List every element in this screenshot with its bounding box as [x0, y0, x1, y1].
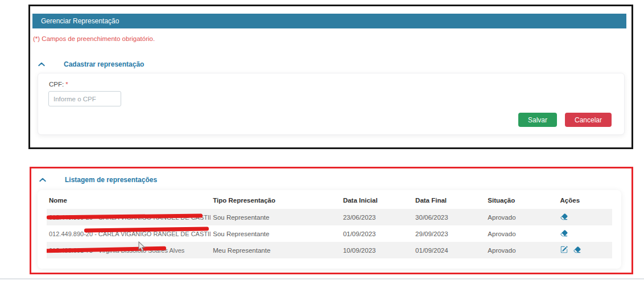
cancel-button[interactable]: Cancelar: [565, 113, 612, 127]
table-row: 012.435.691-73 - Virginia Bissoloto Soar…: [47, 242, 612, 258]
data-inicial-cell: 10/09/2023: [341, 242, 413, 258]
cpf-input[interactable]: [48, 91, 121, 106]
eraser-icon[interactable]: [560, 213, 568, 220]
tipo-cell: Sou Representante: [210, 209, 341, 225]
register-section-header: Cadastrar representação: [38, 60, 144, 68]
col-header-data-final: Data Final: [413, 191, 485, 209]
col-header-tipo-representacao: Tipo Representação: [210, 191, 341, 209]
register-section-outline: Gerenciar Representação (*) Campos de pr…: [28, 5, 633, 149]
register-card: CPF:* Salvar Cancelar: [38, 73, 625, 135]
actions-cell: [558, 242, 612, 258]
data-inicial-cell: 23/06/2023: [341, 209, 413, 225]
name-cell: 012.435.691-73 - Virginia Bissoloto Soar…: [47, 242, 210, 258]
data-final-cell: 01/09/2024: [413, 242, 485, 258]
edit-icon[interactable]: [560, 246, 568, 253]
register-section-title: Cadastrar representação: [64, 60, 144, 68]
required-asterisk: *: [65, 81, 68, 88]
chevron-up-icon[interactable]: [39, 176, 47, 184]
situacao-cell: Aprovado: [485, 225, 558, 242]
listing-card: Nome Tipo Representação Data Inicial Dat…: [38, 190, 621, 269]
listing-section-title: Listagem de representações: [65, 176, 157, 184]
required-fields-note: (*) Campos de preenchimento obrigatório.: [33, 35, 155, 42]
name-cell: 012.449.890-20 - CARLA VIGANIGO RANGEL D…: [47, 225, 210, 242]
chevron-up-icon[interactable]: [38, 60, 46, 68]
listing-section-header: Listagem de representações: [39, 176, 157, 184]
actions-cell: [558, 225, 612, 242]
data-final-cell: 29/09/2023: [413, 225, 485, 242]
listing-section-outline: Listagem de representações Nome Tipo Rep…: [30, 167, 633, 274]
col-header-data-inicial: Data Inicial: [341, 191, 413, 209]
data-final-cell: 30/06/2023: [413, 209, 485, 225]
table-row: 012.449.890-20 - CARLA VIGANIGO RANGEL D…: [47, 225, 612, 242]
situacao-cell: Aprovado: [485, 209, 558, 225]
page-title: Gerenciar Representação: [41, 17, 119, 25]
table-row: 012.449.890-20 - CARLA VIGANIGO RANGEL D…: [47, 209, 612, 225]
page-bottom-divider: [0, 278, 644, 279]
eraser-icon[interactable]: [573, 246, 581, 253]
tipo-cell: Sou Representante: [210, 225, 341, 242]
eraser-icon[interactable]: [560, 229, 568, 237]
cpf-label: CPF:*: [49, 81, 68, 88]
save-button[interactable]: Salvar: [518, 113, 557, 127]
gerenciar-representacao-page: { "header": { "title": "Gerenciar Repres…: [0, 0, 644, 284]
col-header-acoes: Ações: [558, 191, 612, 209]
page-title-bar: Gerenciar Representação: [32, 14, 626, 28]
table-header-row: Nome Tipo Representação Data Inicial Dat…: [47, 191, 612, 209]
actions-cell: [558, 209, 612, 225]
name-cell: 012.449.890-20 - CARLA VIGANIGO RANGEL D…: [47, 209, 210, 225]
situacao-cell: Aprovado: [485, 242, 558, 258]
representations-table: Nome Tipo Representação Data Inicial Dat…: [47, 191, 612, 258]
col-header-nome: Nome: [47, 191, 210, 209]
form-buttons: Salvar Cancelar: [518, 113, 612, 127]
col-header-situacao: Situação: [485, 191, 558, 209]
tipo-cell: Meu Representante: [210, 242, 341, 258]
data-inicial-cell: 01/09/2023: [341, 225, 413, 242]
